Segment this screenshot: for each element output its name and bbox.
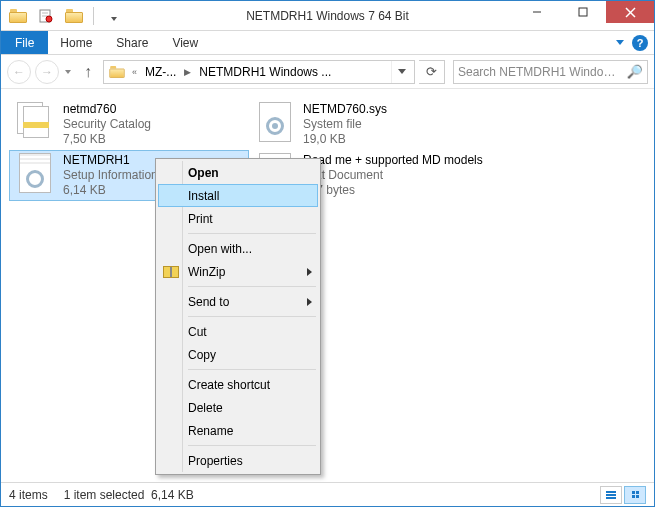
search-placeholder: Search NETMDRH1 Windows ... [458, 65, 623, 79]
svg-rect-5 [579, 8, 587, 16]
ctx-cut[interactable]: Cut [158, 320, 318, 343]
system-menu-icon[interactable] [7, 5, 29, 27]
winzip-icon [163, 266, 179, 278]
file-type: Setup Information [63, 168, 158, 183]
view-tab[interactable]: View [160, 31, 210, 54]
window-title: NETMDRH1 Windows 7 64 Bit [246, 9, 409, 23]
view-large-icons-button[interactable] [624, 486, 646, 504]
quick-access-toolbar [1, 5, 124, 27]
title-bar: NETMDRH1 Windows 7 64 Bit [1, 1, 654, 31]
ctx-copy[interactable]: Copy [158, 343, 318, 366]
qat-customize-button[interactable] [102, 5, 124, 27]
file-name: Read me + supported MD models [303, 153, 483, 168]
ribbon: File Home Share View ? [1, 31, 654, 55]
file-type: System file [303, 117, 387, 132]
status-selection: 1 item selected 6,14 KB [64, 488, 194, 502]
chevron-left-icon[interactable]: « [130, 67, 139, 77]
file-size: 7,50 KB [63, 132, 151, 147]
svg-point-3 [46, 16, 52, 22]
forward-button[interactable]: → [35, 60, 59, 84]
home-tab[interactable]: Home [48, 31, 104, 54]
search-icon: 🔍 [627, 64, 643, 79]
breadcrumb-seg-1[interactable]: MZ-... [141, 65, 180, 79]
submenu-arrow-icon [307, 268, 312, 276]
inf-file-icon [15, 153, 55, 193]
submenu-arrow-icon [307, 298, 312, 306]
ctx-properties[interactable]: Properties [158, 449, 318, 472]
window-controls [514, 1, 654, 23]
file-type: Text Document [303, 168, 483, 183]
back-button[interactable]: ← [7, 60, 31, 84]
file-size: 427 bytes [303, 183, 483, 198]
sys-file-icon [255, 102, 295, 142]
ctx-open-with[interactable]: Open with... [158, 237, 318, 260]
ctx-open[interactable]: Open [158, 161, 318, 184]
file-item[interactable]: netmd760 Security Catalog 7,50 KB [9, 99, 249, 150]
file-list: netmd760 Security Catalog 7,50 KB NETMD7… [1, 91, 654, 482]
search-box[interactable]: Search NETMDRH1 Windows ... 🔍 [453, 60, 648, 84]
qat-new-folder-button[interactable] [63, 5, 85, 27]
file-size: 6,14 KB [63, 183, 158, 198]
status-bar: 4 items 1 item selected 6,14 KB [1, 482, 654, 506]
file-item[interactable]: NETMD760.sys System file 19,0 KB [249, 99, 549, 150]
ctx-print[interactable]: Print [158, 207, 318, 230]
status-count: 4 items [9, 488, 48, 502]
up-button[interactable]: ↑ [77, 61, 99, 83]
security-catalog-icon [15, 102, 55, 142]
ctx-delete[interactable]: Delete [158, 396, 318, 419]
folder-icon [109, 66, 124, 78]
address-dropdown[interactable] [391, 61, 412, 83]
file-name: NETMD760.sys [303, 102, 387, 117]
chevron-right-icon[interactable]: ▶ [182, 67, 193, 77]
ctx-install[interactable]: Install [158, 184, 318, 207]
address-bar[interactable]: « MZ-... ▶ NETMDRH1 Windows ... [103, 60, 415, 84]
file-type: Security Catalog [63, 117, 151, 132]
refresh-button[interactable]: ⟳ [419, 60, 445, 84]
ctx-rename[interactable]: Rename [158, 419, 318, 442]
share-tab[interactable]: Share [104, 31, 160, 54]
minimize-button[interactable] [514, 1, 560, 23]
help-icon[interactable]: ? [632, 35, 648, 51]
file-size: 19,0 KB [303, 132, 387, 147]
ribbon-expand-button[interactable] [616, 40, 624, 45]
maximize-button[interactable] [560, 1, 606, 23]
file-name: netmd760 [63, 102, 151, 117]
view-details-button[interactable] [600, 486, 622, 504]
breadcrumb-seg-2[interactable]: NETMDRH1 Windows ... [195, 65, 335, 79]
context-menu: Open Install Print Open with... WinZip S… [155, 158, 321, 475]
ctx-create-shortcut[interactable]: Create shortcut [158, 373, 318, 396]
ctx-send-to[interactable]: Send to [158, 290, 318, 313]
qat-properties-button[interactable] [35, 5, 57, 27]
history-dropdown[interactable] [63, 70, 73, 74]
file-tab[interactable]: File [1, 31, 48, 54]
close-button[interactable] [606, 1, 654, 23]
navigation-bar: ← → ↑ « MZ-... ▶ NETMDRH1 Windows ... ⟳ … [1, 55, 654, 89]
file-name: NETMDRH1 [63, 153, 158, 168]
ctx-winzip[interactable]: WinZip [158, 260, 318, 283]
